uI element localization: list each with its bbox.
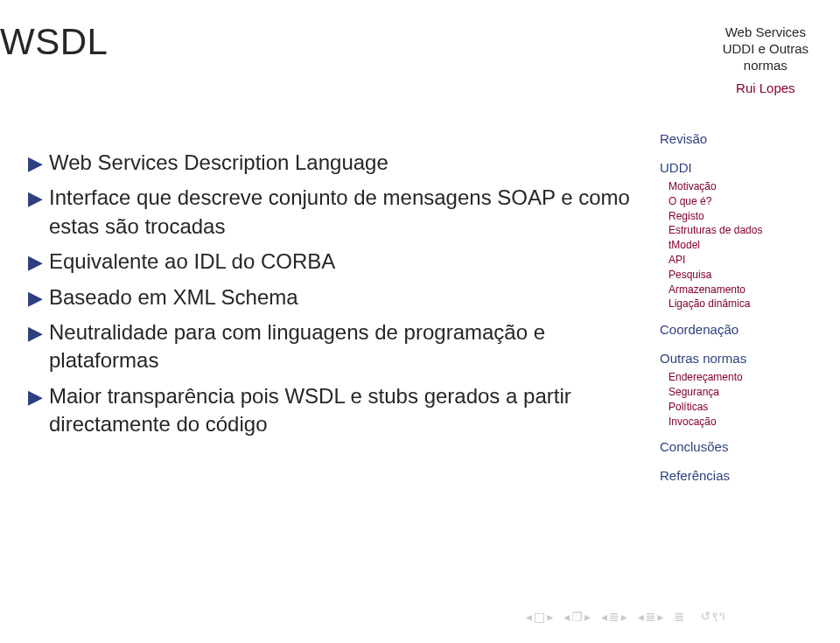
frame-title: WSDL (0, 21, 108, 63)
list-item-text: Maior transparência pois WSDL e stubs ge… (49, 382, 640, 439)
sidebar-subitem[interactable]: Armazenamento (668, 283, 808, 297)
bullet-icon: ▶ (28, 185, 49, 212)
sidebar-section[interactable]: Outras normas (660, 349, 808, 369)
nav-slide-cluster[interactable]: ◂ □ ▸ (526, 610, 553, 624)
bullet-icon: ▶ (28, 285, 49, 311)
list-item: ▶ Maior transparência pois WSDL e stubs … (28, 382, 640, 439)
nav-prev-icon: ◂ (638, 610, 644, 624)
nav-prev-icon: ◂ (526, 610, 532, 624)
sidebar-section[interactable]: Conclusões (660, 437, 808, 458)
sidebar-subitem[interactable]: Motivação (668, 179, 808, 194)
nav-prev-icon: ◂ (601, 610, 607, 624)
nav-slide-icon: □ (534, 610, 545, 624)
bullet-icon: ▶ (28, 150, 49, 177)
list-item-text: Baseado em XML Schema (49, 283, 640, 311)
list-item: ▶ Web Services Description Language (28, 149, 640, 177)
sidebar-subitem[interactable]: Endereçamento (668, 370, 808, 385)
nav-lines-icon: ≣ (609, 610, 620, 624)
nav-prev-icon: ◂ (564, 610, 570, 624)
nav-section-cluster[interactable]: ◂ ❐ ▸ (564, 610, 591, 624)
header-block: Web Services UDDI e Outras normas Rui Lo… (723, 24, 808, 97)
list-item: ▶ Baseado em XML Schema (28, 283, 640, 311)
nav-lines-icon: ≣ (646, 610, 656, 624)
nav-summary-icon[interactable]: ≣ (675, 610, 685, 624)
sidebar-subitem[interactable]: Pesquisa (668, 268, 808, 283)
sidebar-subitem[interactable]: Políticas (668, 400, 808, 415)
bullet-icon: ▶ (28, 320, 49, 346)
nav-refresh-icon[interactable]: ↺९૧ (700, 609, 726, 624)
nav-next-icon: ▸ (547, 610, 553, 624)
nav-next-icon: ▸ (621, 610, 627, 624)
nav-subsection-cluster[interactable]: ◂ ≣ ▸ (601, 610, 627, 624)
sidebar-subitem[interactable]: tModel (668, 238, 808, 253)
sidebar-section[interactable]: Referências (660, 466, 808, 486)
nav-doc-icon: ❐ (571, 610, 583, 624)
sidebar-subitem[interactable]: Estruturas de dados (668, 223, 808, 238)
header-line-3: normas (723, 58, 808, 74)
slide: WSDL Web Services UDDI e Outras normas R… (0, 0, 840, 643)
list-item: ▶ Neutralidade para com linguagens de pr… (28, 318, 640, 375)
bullet-icon: ▶ (28, 249, 49, 276)
list-item-text: Neutralidade para com linguagens de prog… (49, 318, 640, 375)
nav-next-icon: ▸ (658, 610, 664, 624)
list-item: ▶ Interface que descreve conjunto de men… (28, 184, 640, 241)
header-line-1: Web Services (723, 24, 808, 41)
header-author: Rui Lopes (723, 80, 808, 97)
nav-controls: ◂ □ ▸ ◂ ❐ ▸ ◂ ≣ ▸ ◂ ≣ ▸ ≣ ↺९૧ (526, 609, 726, 624)
sidebar-subitem[interactable]: Invocação (668, 415, 808, 430)
sidebar-section[interactable]: Revisão (660, 129, 808, 150)
list-item-text: Web Services Description Language (49, 149, 640, 177)
list-item-text: Interface que descreve conjunto de mensa… (49, 184, 640, 241)
nav-next-icon: ▸ (584, 610, 591, 624)
content-list: ▶ Web Services Description Language ▶ In… (28, 149, 640, 446)
sidebar-section[interactable]: Coordenação (660, 320, 808, 340)
list-item: ▶ Equivalente ao IDL do CORBA (28, 248, 640, 276)
nav-frame-cluster[interactable]: ◂ ≣ ▸ (638, 610, 664, 624)
sidebar-subitem[interactable]: Segurança (668, 385, 808, 400)
list-item-text: Equivalente ao IDL do CORBA (49, 248, 640, 276)
sidebar-subitem[interactable]: API (668, 253, 808, 268)
sidebar-subitem[interactable]: Ligação dinâmica (668, 297, 808, 311)
sidebar-section[interactable]: UDDI (660, 158, 808, 178)
sidebar-outline: Revisão UDDI Motivação O que é? Registo … (660, 121, 808, 487)
bullet-icon: ▶ (28, 384, 49, 410)
header-line-2: UDDI e Outras (723, 41, 808, 58)
sidebar-subitem[interactable]: Registo (668, 209, 808, 224)
sidebar-subitem[interactable]: O que é? (668, 194, 808, 209)
